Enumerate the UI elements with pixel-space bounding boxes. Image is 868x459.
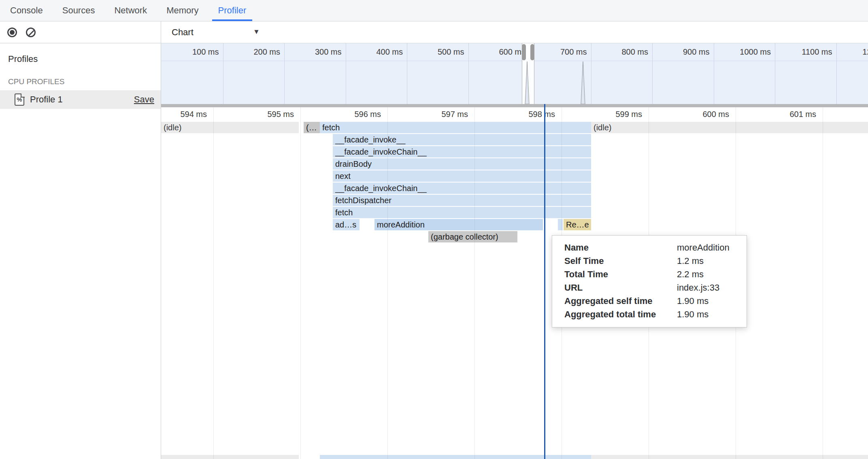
tooltip-label: Aggregated total time bbox=[564, 308, 677, 321]
profile-list-item[interactable]: Profile 1 Save bbox=[0, 90, 161, 109]
cpu-spike bbox=[581, 62, 585, 104]
tooltip-value: 1.90 ms bbox=[677, 294, 737, 308]
frame-tooltip: NamemoreAdditionSelf Time1.2 msTotal Tim… bbox=[552, 235, 747, 327]
flame-row: __facade_invokeChain__ bbox=[161, 146, 868, 157]
clear-icon[interactable] bbox=[26, 28, 36, 37]
tooltip-row: Aggregated total time1.90 ms bbox=[564, 308, 737, 321]
tab-profiler[interactable]: Profiler bbox=[212, 0, 253, 21]
view-mode-select[interactable]: Chart ▼ bbox=[161, 21, 283, 43]
flame-bar-fetch[interactable]: fetch bbox=[320, 122, 591, 133]
detail-tick-label: 598 ms bbox=[511, 110, 555, 119]
playhead-line bbox=[544, 104, 545, 459]
flame-bar-facade-invoke[interactable]: __facade_invoke__ bbox=[333, 134, 591, 145]
tooltip-value: 2.2 ms bbox=[677, 268, 737, 281]
tooltip-value: index.js:33 bbox=[677, 281, 737, 294]
tooltip-row: Aggregated self time1.90 ms bbox=[564, 294, 737, 308]
flame-row: __facade_invoke__ bbox=[161, 134, 868, 145]
flame-bar-moreaddition[interactable]: moreAddition bbox=[374, 219, 543, 230]
tooltip-value: 1.2 ms bbox=[677, 254, 737, 268]
flame-bar-idle[interactable]: (idle) bbox=[591, 122, 868, 133]
tooltip-label: URL bbox=[564, 281, 677, 294]
flame-bar[interactable] bbox=[161, 455, 299, 459]
flame-bar-garbage-collector[interactable]: (garbage collector) bbox=[428, 231, 517, 242]
flame-bar-drainbody[interactable]: drainBody bbox=[333, 158, 591, 170]
flame-row: drainBody bbox=[161, 158, 868, 170]
tab-memory[interactable]: Memory bbox=[160, 0, 204, 21]
flame-row: next bbox=[161, 170, 868, 182]
profiler-view-toolbar: Chart ▼ bbox=[161, 21, 868, 43]
flame-row: (idle)(…fetch(idle) bbox=[161, 122, 868, 133]
tooltip-label: Self Time bbox=[564, 254, 677, 268]
flame-bar-fetch[interactable]: fetch bbox=[333, 207, 591, 218]
document-percent-icon bbox=[15, 94, 24, 106]
flame-bar-next[interactable]: next bbox=[333, 170, 591, 182]
tab-console[interactable]: Console bbox=[4, 0, 49, 21]
tooltip-value: moreAddition bbox=[677, 241, 737, 254]
sidebar-toolbar bbox=[0, 21, 161, 43]
tab-sources[interactable]: Sources bbox=[56, 0, 101, 21]
detail-gridline bbox=[300, 107, 301, 459]
detail-tick-label: 594 ms bbox=[162, 110, 207, 119]
record-icon[interactable] bbox=[7, 28, 17, 37]
profiler-devtools-window: Console Sources Network Memory Profiler … bbox=[0, 0, 868, 459]
tooltip-row: URLindex.js:33 bbox=[564, 281, 737, 294]
detail-tick-label: 597 ms bbox=[423, 110, 468, 119]
cpu-activity-spikes bbox=[161, 43, 868, 104]
tooltip-row: NamemoreAddition bbox=[564, 241, 737, 254]
tooltip-label: Name bbox=[564, 241, 677, 254]
profiles-heading: Profiles bbox=[8, 54, 161, 64]
tooltip-value: 1.90 ms bbox=[677, 308, 737, 321]
detail-tick-label: 600 ms bbox=[685, 110, 729, 119]
flame-bar-facade-invokechain[interactable]: __facade_invokeChain__ bbox=[333, 146, 591, 157]
selection-handle[interactable] bbox=[530, 44, 534, 60]
cpu-spike bbox=[525, 62, 529, 104]
cpu-profiles-section-heading: CPU PROFILES bbox=[8, 77, 161, 86]
view-mode-label: Chart bbox=[172, 27, 194, 38]
tooltip-row: Self Time1.2 ms bbox=[564, 254, 737, 268]
detail-tick-label: 599 ms bbox=[598, 110, 642, 119]
flame-bar-idle[interactable]: (idle) bbox=[161, 122, 299, 133]
tooltip-row: Total Time2.2 ms bbox=[564, 268, 737, 281]
flame-bar-fetchdispatcher[interactable]: fetchDispatcher bbox=[333, 195, 591, 206]
detail-gridline bbox=[387, 107, 388, 459]
flame-row: fetchDispatcher bbox=[161, 195, 868, 206]
selection-handle[interactable] bbox=[522, 44, 526, 60]
flame-row-partial bbox=[161, 455, 868, 459]
flame-bar[interactable] bbox=[591, 455, 868, 459]
profiles-sidebar: Profiles CPU PROFILES Profile 1 Save bbox=[0, 21, 161, 459]
overview-bottom-strip bbox=[161, 104, 868, 107]
detail-gridline bbox=[213, 107, 214, 459]
flame-bar-facade-invokechain[interactable]: __facade_invokeChain__ bbox=[333, 183, 591, 194]
flame-row: (garbage collector) bbox=[161, 231, 868, 242]
flame-row: __facade_invokeChain__ bbox=[161, 183, 868, 194]
detail-gridline bbox=[823, 107, 823, 459]
timeline-overview[interactable]: 100 ms200 ms300 ms400 ms500 ms600 ms700 … bbox=[161, 43, 868, 104]
flame-bar[interactable] bbox=[320, 455, 591, 459]
flame-bar-ad-s[interactable]: ad…s bbox=[333, 219, 360, 230]
detail-tick-label: 601 ms bbox=[772, 110, 816, 119]
detail-tick-label: 595 ms bbox=[249, 110, 294, 119]
detail-tick-label: 596 ms bbox=[336, 110, 381, 119]
tab-network[interactable]: Network bbox=[108, 0, 153, 21]
flame-bar-[interactable]: (… bbox=[304, 122, 320, 133]
caret-down-icon: ▼ bbox=[253, 28, 260, 36]
detail-gridline bbox=[474, 107, 475, 459]
tooltip-label: Total Time bbox=[564, 268, 677, 281]
flame-bar[interactable] bbox=[558, 219, 563, 230]
save-profile-link[interactable]: Save bbox=[134, 94, 154, 105]
profile-item-label: Profile 1 bbox=[30, 94, 63, 105]
tooltip-label: Aggregated self time bbox=[564, 294, 677, 308]
devtools-tab-bar: Console Sources Network Memory Profiler bbox=[0, 0, 868, 21]
flame-chart[interactable]: 594 ms595 ms596 ms597 ms598 ms599 ms600 … bbox=[161, 107, 868, 459]
flame-row: ad…smoreAdditionRe…e bbox=[161, 219, 868, 230]
flame-bar-re-e[interactable]: Re…e bbox=[564, 219, 591, 230]
flame-row: fetch bbox=[161, 207, 868, 218]
